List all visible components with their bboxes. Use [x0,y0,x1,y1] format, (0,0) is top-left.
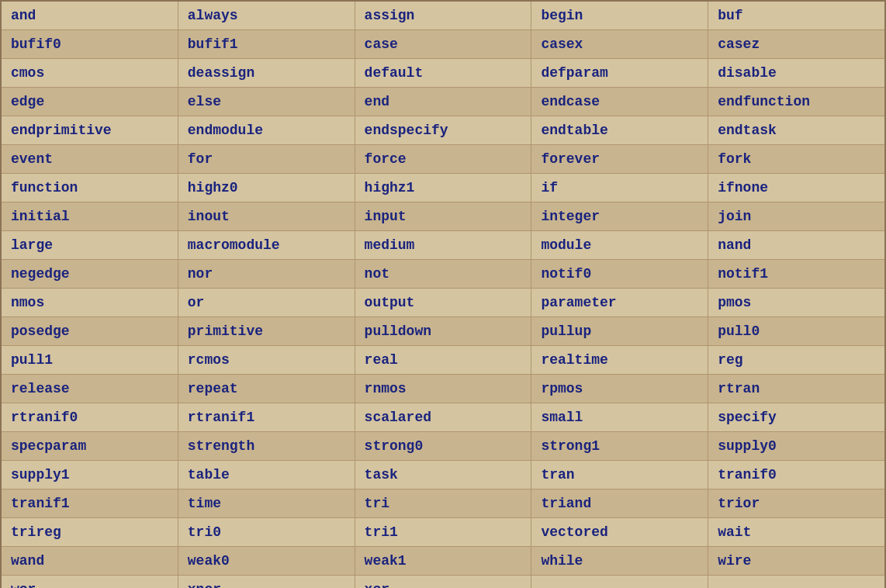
list-item: or [178,289,355,316]
table-row: initialinoutinputintegerjoin [2,202,884,231]
list-item: input [355,202,532,230]
list-item: weak1 [355,547,532,575]
list-item: endtable [531,116,708,144]
list-item: defparam [531,59,708,87]
list-item: while [531,547,708,575]
list-item [708,576,884,588]
list-item: endtask [708,116,884,144]
list-item: cmos [2,59,178,87]
list-item: default [355,59,532,87]
list-item: begin [531,2,708,29]
list-item: large [2,231,178,259]
list-item: join [708,202,884,230]
table-row: edgeelseendendcaseendfunction [2,88,884,116]
list-item: xnor [178,576,355,588]
list-item: repeat [178,375,355,403]
list-item: rpmos [531,375,708,403]
list-item: specify [708,403,884,431]
list-item: vectored [531,518,708,546]
list-item: not [355,260,532,288]
list-item: task [355,461,532,489]
list-item: strength [178,432,355,460]
list-item: highz1 [355,174,532,202]
list-item: rnmos [355,375,532,403]
list-item: trireg [2,518,178,546]
list-item: else [178,88,355,116]
keyword-grid: andalwaysassignbeginbufbufif0bufif1casec… [0,0,886,588]
list-item: endspecify [355,116,532,144]
list-item: primitive [178,317,355,345]
list-item [531,576,708,588]
list-item: and [2,2,178,29]
list-item: notif0 [531,260,708,288]
list-item: rcmos [178,346,355,374]
list-item: bufif0 [2,30,178,58]
table-row: posedgeprimitivepulldownpulluppull0 [2,317,884,346]
list-item: integer [531,202,708,230]
list-item: endmodule [178,116,355,144]
list-item: scalared [355,403,532,431]
table-row: releaserepeatrnmosrpmosrtran [2,375,884,403]
table-row: rtranif0rtranif1scalaredsmallspecify [2,403,884,432]
table-row: triregtri0tri1vectoredwait [2,518,884,547]
table-row: pull1rcmosrealrealtimereg [2,346,884,375]
list-item: function [2,174,178,202]
list-item: xor [355,576,532,588]
list-item: supply1 [2,461,178,489]
list-item: realtime [531,346,708,374]
list-item: table [178,461,355,489]
list-item: medium [355,231,532,259]
list-item: if [531,174,708,202]
list-item: posedge [2,317,178,345]
list-item: disable [708,59,884,87]
list-item: buf [708,2,884,29]
list-item: wor [2,576,178,588]
list-item: triand [531,489,708,517]
list-item: edge [2,88,178,116]
list-item: ifnone [708,174,884,202]
table-row: nmosoroutputparameterpmos [2,289,884,317]
table-row: cmosdeassigndefaultdefparamdisable [2,59,884,88]
list-item: macromodule [178,231,355,259]
list-item: strong1 [531,432,708,460]
table-row: supply1tabletasktrantranif0 [2,461,884,489]
list-item: pull0 [708,317,884,345]
list-item: wait [708,518,884,546]
table-row: bufif0bufif1casecasexcasez [2,30,884,59]
table-row: endprimitiveendmoduleendspecifyendtablee… [2,116,884,145]
list-item: deassign [178,59,355,87]
list-item: bufif1 [178,30,355,58]
list-item: time [178,489,355,517]
list-item: tranif1 [2,489,178,517]
list-item: for [178,145,355,173]
list-item: pull1 [2,346,178,374]
list-item: case [355,30,532,58]
list-item: nor [178,260,355,288]
list-item: release [2,375,178,403]
list-item: forever [531,145,708,173]
list-item: tri [355,489,532,517]
list-item: tri1 [355,518,532,546]
list-item: nmos [2,289,178,316]
table-row: worxnorxor [2,576,884,588]
list-item: small [531,403,708,431]
list-item: tranif0 [708,461,884,489]
list-item: strong0 [355,432,532,460]
list-item: event [2,145,178,173]
list-item: rtranif0 [2,403,178,431]
list-item: specparam [2,432,178,460]
list-item: endcase [531,88,708,116]
list-item: force [355,145,532,173]
list-item: casex [531,30,708,58]
table-row: eventforforceforeverfork [2,145,884,174]
table-row: andalwaysassignbeginbuf [2,2,884,30]
list-item: always [178,2,355,29]
list-item: rtran [708,375,884,403]
list-item: negedge [2,260,178,288]
list-item: weak0 [178,547,355,575]
list-item: pulldown [355,317,532,345]
list-item: tri0 [178,518,355,546]
list-item: initial [2,202,178,230]
list-item: endprimitive [2,116,178,144]
list-item: wand [2,547,178,575]
